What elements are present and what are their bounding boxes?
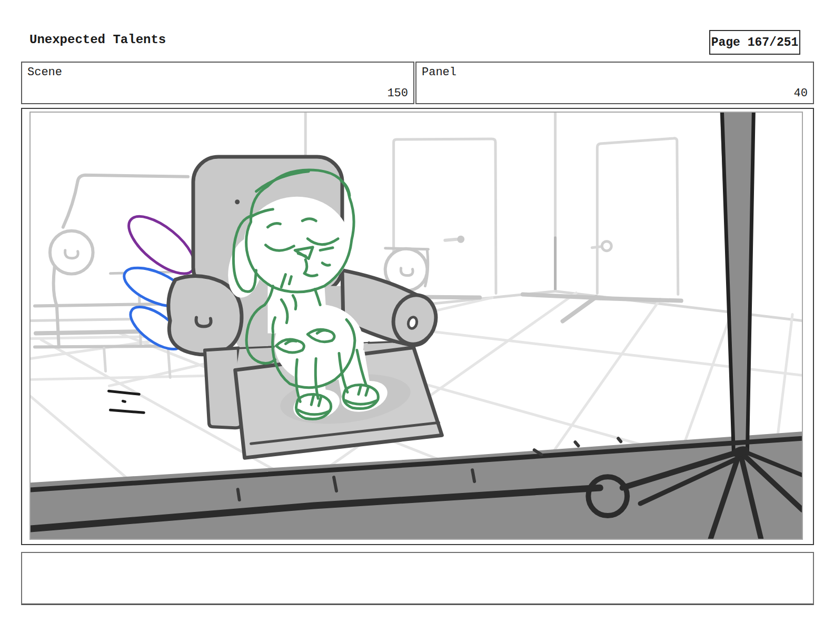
scene-box: Scene 150	[21, 62, 414, 104]
storyboard-drawing	[31, 113, 802, 539]
panel-label: Panel	[422, 66, 456, 79]
page-title: Unexpected Talents	[29, 33, 166, 47]
door-right	[597, 138, 678, 295]
panel-box: Panel 40	[415, 62, 814, 104]
door-right-knob-stem	[592, 247, 601, 248]
storyboard-canvas	[29, 112, 803, 540]
couch-armrest-left	[50, 231, 93, 274]
couch-left-edge	[63, 181, 78, 227]
recliner-button-left	[235, 199, 240, 204]
door-right-knob	[602, 242, 611, 251]
couch-back	[78, 175, 188, 181]
door-left-knob	[457, 236, 464, 243]
door-left-knob-stem	[445, 239, 456, 240]
page-indicator: Page 167/251	[709, 30, 800, 55]
storyboard-panel	[21, 108, 814, 545]
notes-box	[21, 552, 814, 605]
panel-value: 40	[794, 87, 808, 100]
motion-dashes	[108, 391, 144, 412]
page-indicator-label: Page 167/251	[711, 36, 799, 49]
scene-label: Scene	[27, 66, 62, 79]
scene-value: 150	[387, 87, 408, 100]
